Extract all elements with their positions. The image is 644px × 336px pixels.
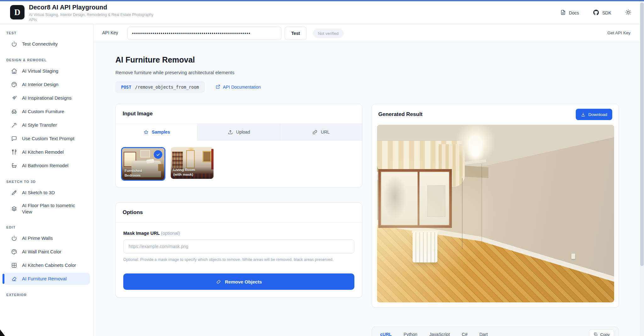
palette-icon [11, 81, 17, 88]
eraser-icon [216, 279, 221, 284]
http-method: POST [121, 85, 131, 90]
sidebar: TEST Test Connectivity DESIGN & REMODEL … [0, 24, 93, 336]
home-icon [11, 68, 17, 74]
tab-url[interactable]: URL [280, 124, 362, 140]
copy-button[interactable]: Copy [589, 329, 614, 336]
page-scrollbar[interactable] [640, 1, 644, 336]
external-link-icon [215, 84, 220, 90]
remove-objects-button[interactable]: Remove Objects [123, 273, 354, 290]
sidebar-item-ai-virtual-staging[interactable]: AI Virtual Staging [3, 65, 90, 77]
document-icon [560, 9, 566, 16]
eraser-icon [11, 276, 17, 282]
theme-toggle[interactable] [625, 9, 631, 17]
sidebar-item-test-connectivity[interactable]: Test Connectivity [3, 38, 90, 50]
app-subtitle: AI Virtual Staging, Interior Design, Rem… [29, 12, 161, 22]
sidebar-item-ai-kitchen-cabinets-color[interactable]: AI Kitchen Cabinets Color [3, 259, 90, 271]
sidebar-section-exterior: EXTERIOR [6, 293, 87, 297]
input-image-title: Input Image [116, 104, 362, 124]
api-documentation-link[interactable]: API Documentation [215, 84, 261, 90]
sidebar-item-ai-floor-plan-isometric[interactable]: AI Floor Plan to Isometric View [3, 200, 90, 217]
sidebar-item-ai-sketch-to-3d[interactable]: AI Sketch to 3D [3, 187, 90, 199]
sidebar-section-test: TEST [6, 31, 87, 35]
sun-icon [625, 11, 631, 16]
sample-furnished-bedroom[interactable]: Furnished Bedroom [121, 147, 165, 181]
palette-icon [11, 249, 17, 255]
generated-result-card: Generated Result Download [372, 104, 619, 308]
code-tab-dart[interactable]: Dart [479, 332, 487, 336]
sdk-button[interactable]: SDK [593, 9, 611, 17]
mask-helper-text: Optional: Provide a mask image to specif… [123, 256, 350, 263]
app-header: D Decor8 AI API Playground AI Virtual St… [0, 1, 644, 24]
code-tab-javascript[interactable]: JavaScript [429, 332, 450, 336]
selected-check-icon [154, 150, 162, 159]
layers-icon [11, 206, 17, 212]
sofa-icon [11, 108, 17, 115]
code-tab-curl[interactable]: cURL [380, 332, 392, 336]
sidebar-item-ai-furniture-removal[interactable]: AI Furniture Removal [3, 273, 90, 285]
api-key-bar: API Key Test Not verified Get API Key [93, 24, 640, 42]
scrollbar-thumb[interactable] [640, 3, 644, 266]
test-api-key-button[interactable]: Test [285, 27, 307, 40]
endpoint-pill: POST /remove_objects_from_room [115, 81, 205, 93]
sample-living-room-mask[interactable]: Living Room (with mask) [171, 147, 214, 179]
code-snippet-card: cURL Python JavaScript C# Dart Copy [372, 327, 619, 336]
sidebar-item-ai-custom-furniture[interactable]: AI Custom Furniture [3, 106, 90, 118]
sample-label: Living Room (with mask) [173, 168, 212, 177]
docs-label: Docs [569, 10, 579, 15]
download-icon [581, 112, 586, 117]
sidebar-item-ai-bathroom-remodel[interactable]: AI Bathroom Remodel [3, 160, 90, 172]
upload-icon [228, 129, 233, 135]
sidebar-item-ai-prime-walls[interactable]: AI Prime Walls [3, 232, 90, 244]
grid-icon [11, 262, 17, 268]
app-title: Decor8 AI API Playground [29, 4, 107, 11]
options-title: Options [116, 203, 362, 223]
download-button[interactable]: Download [576, 109, 612, 120]
pencil-icon [11, 190, 17, 196]
code-tab-csharp[interactable]: C# [462, 332, 468, 336]
code-tab-python[interactable]: Python [404, 332, 418, 336]
sdk-label: SDK [602, 10, 611, 15]
sparkles-icon [11, 95, 17, 101]
page-title: AI Furniture Removal [115, 55, 195, 64]
generated-result-title: Generated Result [378, 111, 423, 118]
sidebar-item-use-custom-text-prompt[interactable]: Use Custom Text Prompt [3, 133, 90, 145]
app-logo: D [10, 5, 25, 19]
docs-button[interactable]: Docs [560, 9, 579, 16]
power-icon [11, 235, 17, 241]
endpoint-path: /remove_objects_from_room [135, 85, 199, 90]
generated-result-image [377, 125, 614, 302]
input-image-card: Input Image Samples Upload URL [115, 104, 362, 188]
sidebar-item-ai-style-transfer[interactable]: AI Style Transfer [3, 119, 90, 131]
chat-icon [11, 135, 17, 142]
sidebar-item-ai-inspirational-designs[interactable]: AI Inspirational Designs [3, 92, 90, 104]
sidebar-item-ai-interior-design[interactable]: AI Interior Design [3, 79, 90, 91]
sidebar-item-ai-wall-paint-color[interactable]: AI Wall Paint Color [3, 246, 90, 258]
sidebar-section-edit: EDIT [6, 225, 87, 229]
sidebar-section-sketch-to-3d: SKETCH TO 3D [6, 180, 87, 184]
tab-upload[interactable]: Upload [198, 124, 280, 140]
get-api-key-link[interactable]: Get API Key [607, 30, 630, 35]
tab-samples[interactable]: Samples [116, 124, 198, 140]
wand-icon [11, 122, 17, 128]
link-icon [312, 129, 318, 135]
top-accent-bar [0, 0, 644, 1]
mask-image-url-label: Mask Image URL (optional) [123, 231, 354, 236]
sidebar-section-design-remodel: DESIGN & REMODEL [6, 58, 87, 62]
power-icon [11, 41, 17, 47]
input-source-tabs: Samples Upload URL [116, 124, 362, 140]
options-card: Options Mask Image URL (optional) Option… [115, 202, 362, 298]
star-icon [143, 129, 149, 135]
main-content: AI Furniture Removal Remove furniture wh… [93, 42, 640, 336]
bath-icon [11, 162, 17, 169]
copy-icon [593, 332, 598, 336]
api-key-input[interactable] [127, 27, 281, 40]
page-subtitle: Remove furniture while preserving archit… [115, 70, 235, 75]
verification-status-badge: Not verified [313, 29, 344, 38]
utensils-icon [11, 149, 17, 155]
sidebar-item-ai-kitchen-remodel[interactable]: AI Kitchen Remodel [3, 146, 90, 158]
mask-image-url-input[interactable] [123, 240, 354, 253]
api-key-label: API Key [102, 30, 118, 35]
sample-label: Furnished Bedroom [125, 168, 163, 178]
github-icon [593, 9, 599, 17]
